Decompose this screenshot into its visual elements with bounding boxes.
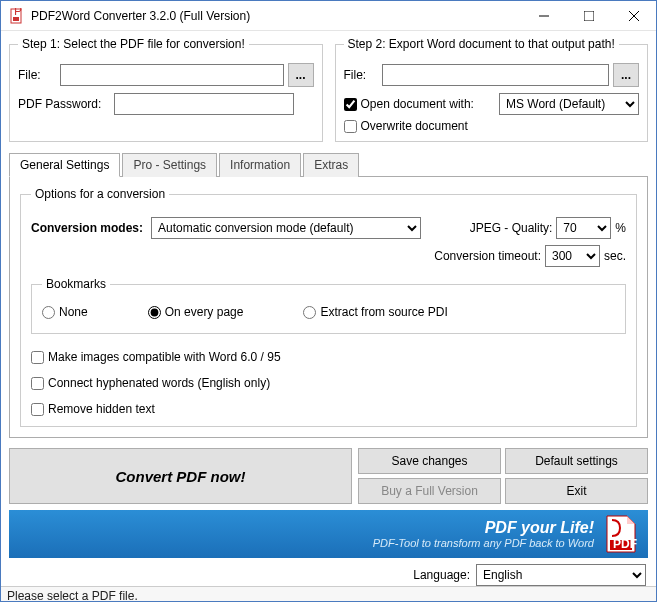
out-file-input[interactable] — [382, 64, 610, 86]
convert-button[interactable]: Convert PDF now! — [9, 448, 352, 504]
svg-text:P: P — [14, 8, 22, 18]
banner-title: PDF your Life! — [373, 519, 594, 537]
window-title: PDF2Word Converter 3.2.0 (Full Version) — [31, 9, 521, 23]
step2-legend: Step 2: Export Word document to that out… — [344, 37, 619, 51]
overwrite-checkbox[interactable] — [344, 120, 357, 133]
default-settings-button[interactable]: Default settings — [505, 448, 648, 474]
jpeg-quality-label: JPEG - Quality: — [470, 221, 553, 235]
hyphen-checkbox-row[interactable]: Connect hyphenated words (English only) — [31, 376, 626, 390]
out-file-label: File: — [344, 68, 378, 82]
open-with-select[interactable]: MS Word (Default) — [499, 93, 639, 115]
timeout-label: Conversion timeout: — [434, 249, 541, 263]
bookmarks-extract[interactable]: Extract from source PDI — [303, 305, 447, 319]
hyphen-checkbox[interactable] — [31, 377, 44, 390]
conversion-modes-label: Conversion modes: — [31, 221, 143, 235]
maximize-button[interactable] — [566, 1, 611, 30]
save-changes-button[interactable]: Save changes — [358, 448, 501, 474]
timeout-unit: sec. — [604, 249, 626, 263]
open-with-checkbox[interactable] — [344, 98, 357, 111]
svg-rect-4 — [584, 11, 594, 21]
language-select[interactable]: English — [476, 564, 646, 586]
browse-out-button[interactable]: ... — [613, 63, 639, 87]
pdf-password-input[interactable] — [114, 93, 294, 115]
overwrite-label: Overwrite document — [361, 119, 468, 133]
svg-text:PDF: PDF — [613, 537, 637, 551]
step1-legend: Step 1: Select the PDF file for conversi… — [18, 37, 249, 51]
tabs: General Settings Pro - Settings Informat… — [9, 152, 648, 177]
tab-general[interactable]: General Settings — [9, 153, 120, 177]
banner-subtitle: PDF-Tool to transform any PDF back to Wo… — [373, 537, 594, 549]
pdf-file-input[interactable] — [60, 64, 284, 86]
bookmarks-none[interactable]: None — [42, 305, 88, 319]
exit-button[interactable]: Exit — [505, 478, 648, 504]
minimize-button[interactable] — [521, 1, 566, 30]
app-icon: P — [9, 8, 25, 24]
bookmarks-every-page[interactable]: On every page — [148, 305, 244, 319]
close-button[interactable] — [611, 1, 656, 30]
tab-body: Options for a conversion Conversion mode… — [9, 177, 648, 438]
file-label: File: — [18, 68, 56, 82]
images-compat-checkbox[interactable] — [31, 351, 44, 364]
pdf-password-label: PDF Password: — [18, 97, 110, 111]
jpeg-unit: % — [615, 221, 626, 235]
language-label: Language: — [413, 568, 470, 582]
options-legend: Options for a conversion — [31, 187, 169, 201]
jpeg-quality-select[interactable]: 70 — [556, 217, 611, 239]
hidden-text-checkbox[interactable] — [31, 403, 44, 416]
images-compat-checkbox-row[interactable]: Make images compatible with Word 6.0 / 9… — [31, 350, 626, 364]
hidden-text-checkbox-row[interactable]: Remove hidden text — [31, 402, 626, 416]
status-bar: Please select a PDF file. — [1, 586, 656, 602]
pdf-icon: PDF — [604, 514, 638, 554]
titlebar: P PDF2Word Converter 3.2.0 (Full Version… — [1, 1, 656, 31]
bookmarks-legend: Bookmarks — [42, 277, 110, 291]
bookmarks-group: Bookmarks None On every page Extract fro… — [31, 277, 626, 334]
tab-information[interactable]: Information — [219, 153, 301, 177]
conversion-modes-select[interactable]: Automatic conversion mode (default) — [151, 217, 421, 239]
options-group: Options for a conversion Conversion mode… — [20, 187, 637, 427]
buy-full-version-button[interactable]: Buy a Full Version — [358, 478, 501, 504]
step1-group: Step 1: Select the PDF file for conversi… — [9, 37, 323, 142]
browse-pdf-button[interactable]: ... — [288, 63, 314, 87]
timeout-select[interactable]: 300 — [545, 245, 600, 267]
tab-extras[interactable]: Extras — [303, 153, 359, 177]
step2-group: Step 2: Export Word document to that out… — [335, 37, 649, 142]
banner: PDF your Life! PDF-Tool to transform any… — [9, 510, 648, 558]
open-with-label: Open document with: — [361, 97, 474, 111]
tab-pro[interactable]: Pro - Settings — [122, 153, 217, 177]
